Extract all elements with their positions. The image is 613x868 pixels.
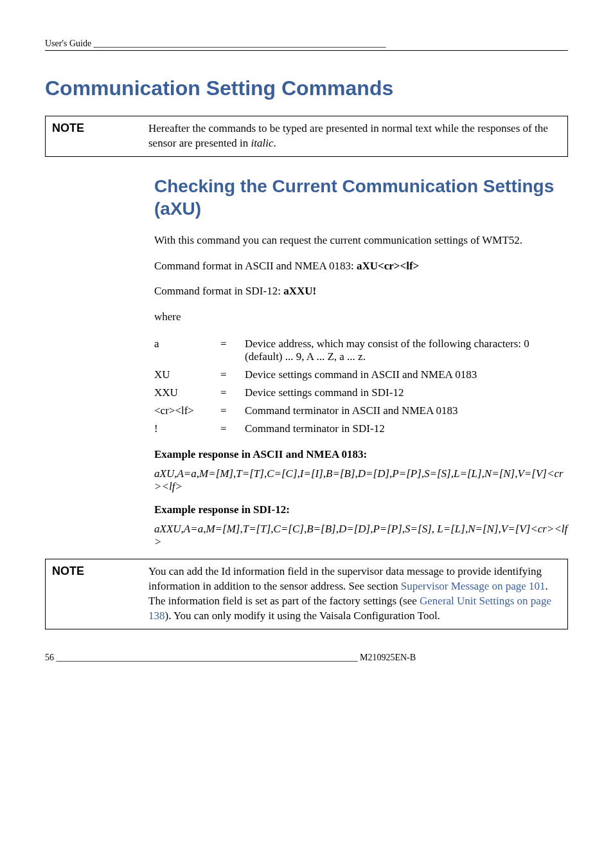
cmd-ascii-bold: aXU<cr><lf>	[357, 260, 419, 272]
table-row: !=Command terminator in SDI-12	[154, 420, 568, 438]
example2-body: aXXU,A=a,M=[M],T=[T],C=[C],B=[B],D=[D],P…	[154, 523, 568, 548]
where-key: !	[154, 420, 220, 438]
page-footer: 56 _____________________________________…	[45, 653, 568, 663]
note1-text-post: .	[274, 137, 276, 149]
note-label: NOTE	[52, 122, 148, 135]
paragraph-cmd-ascii: Command format in ASCII and NMEA 0183: a…	[154, 258, 568, 274]
where-key: a	[154, 335, 220, 366]
cmd-ascii-pre: Command format in ASCII and NMEA 0183:	[154, 260, 357, 272]
note-label: NOTE	[52, 565, 148, 578]
content-column: Checking the Current Communication Setti…	[154, 175, 568, 548]
section-heading: Checking the Current Communication Setti…	[154, 175, 568, 220]
table-row: XU=Device settings command in ASCII and …	[154, 366, 568, 384]
where-value: Device settings command in ASCII and NME…	[245, 366, 568, 384]
where-value: Command terminator in ASCII and NMEA 018…	[245, 402, 568, 420]
where-value: Device address, which may consist of the…	[245, 335, 568, 366]
footer-doc-id: M210925EN-B	[360, 653, 416, 662]
note2-link-1[interactable]: Supervisor Message on page 101	[401, 580, 546, 592]
cmd-sdi12-pre: Command format in SDI-12:	[154, 285, 283, 297]
example1-body: aXU,A=a,M=[M],T=[T],C=[C],I=[I],B=[B],D=…	[154, 467, 568, 493]
note1-text-ital: italic	[251, 137, 274, 149]
note-body: Hereafter the commands to be typed are p…	[148, 122, 561, 151]
where-eq: =	[220, 335, 245, 366]
note-box-1: NOTE Hereafter the commands to be typed …	[45, 116, 568, 157]
where-value: Command terminator in SDI-12	[245, 420, 568, 438]
footer-page-number: 56 _____________________________________…	[45, 653, 360, 662]
cmd-sdi12-bold: aXXU!	[283, 285, 316, 297]
where-label: where	[154, 309, 568, 325]
example2-heading: Example response in SDI-12:	[154, 503, 568, 516]
where-eq: =	[220, 384, 245, 402]
where-key: XU	[154, 366, 220, 384]
footer-left: 56 _____________________________________…	[45, 653, 416, 663]
table-row: XXU=Device settings command in SDI-12	[154, 384, 568, 402]
where-eq: =	[220, 366, 245, 384]
paragraph-intro: With this command you can request the cu…	[154, 233, 568, 248]
note-box-2: NOTE You can add the Id information fiel…	[45, 559, 568, 629]
note-body: You can add the Id information field in …	[148, 565, 561, 624]
paragraph-cmd-sdi12: Command format in SDI-12: aXXU!	[154, 284, 568, 299]
table-row: <cr><lf>=Command terminator in ASCII and…	[154, 402, 568, 420]
where-eq: =	[220, 420, 245, 438]
page-title: Communication Setting Commands	[45, 77, 568, 100]
table-row: a=Device address, which may consist of t…	[154, 335, 568, 366]
where-eq: =	[220, 402, 245, 420]
where-key: <cr><lf>	[154, 402, 220, 420]
where-key: XXU	[154, 384, 220, 402]
example1-heading: Example response in ASCII and NMEA 0183:	[154, 448, 568, 461]
note1-text-pre: Hereafter the commands to be typed are p…	[148, 122, 548, 149]
where-value: Device settings command in SDI-12	[245, 384, 568, 402]
running-head: User's Guide ___________________________…	[45, 39, 568, 51]
where-table: a=Device address, which may consist of t…	[154, 335, 568, 438]
note2-text-3: ). You can only modify it using the Vais…	[165, 610, 440, 622]
